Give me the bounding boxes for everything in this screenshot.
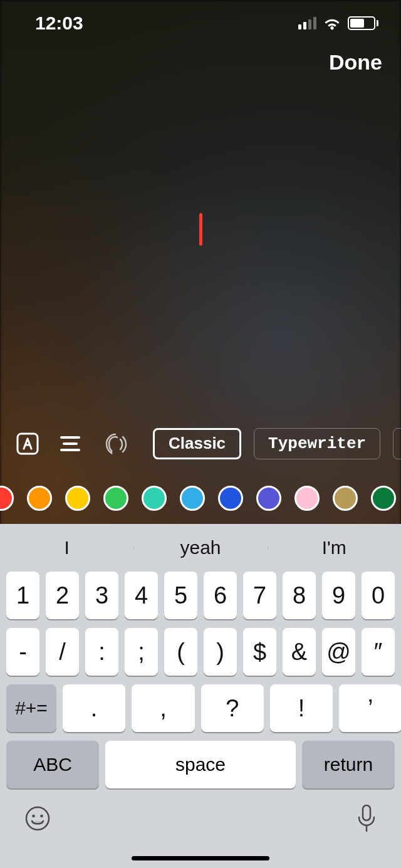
suggestion[interactable]: I'm (268, 537, 401, 558)
font-pill-typewriter[interactable]: Typewriter (254, 428, 380, 459)
key-8[interactable]: 8 (283, 572, 316, 619)
key-3[interactable]: 3 (85, 572, 118, 619)
color-swatch[interactable] (27, 486, 52, 511)
text-input-cursor[interactable] (199, 213, 202, 246)
color-swatch[interactable] (142, 486, 167, 511)
color-swatch[interactable] (218, 486, 243, 511)
text-style-icon[interactable] (15, 429, 40, 458)
svg-point-4 (26, 807, 49, 830)
ios-keyboard: I yeah I'm 1 2 3 4 5 6 7 8 9 0 - / : ; (… (0, 524, 401, 868)
svg-point-5 (32, 815, 35, 818)
font-label: Classic (169, 434, 226, 453)
key-question[interactable]: ? (201, 684, 264, 732)
key-5[interactable]: 5 (164, 572, 197, 619)
suggestion[interactable]: yeah (133, 537, 267, 558)
home-indicator[interactable] (132, 856, 269, 860)
key-amp[interactable]: & (283, 628, 316, 676)
key-rparen[interactable]: ) (204, 628, 237, 676)
key-2[interactable]: 2 (46, 572, 79, 619)
key-at[interactable]: @ (322, 628, 355, 676)
wifi-icon (323, 16, 341, 30)
key-apostrophe[interactable]: ’ (339, 684, 401, 732)
color-swatch[interactable] (65, 486, 90, 511)
key-7[interactable]: 7 (243, 572, 276, 619)
key-9[interactable]: 9 (322, 572, 355, 619)
color-swatch[interactable] (103, 486, 128, 511)
key-doublequote[interactable]: ″ (362, 628, 395, 676)
key-abc[interactable]: ABC (6, 741, 99, 788)
key-1[interactable]: 1 (6, 572, 39, 619)
key-space[interactable]: space (105, 741, 296, 788)
key-dollar[interactable]: $ (243, 628, 276, 676)
key-return[interactable]: return (302, 741, 395, 788)
text-tool-row: Classic Typewriter Han (0, 423, 401, 464)
key-semicolon[interactable]: ; (125, 628, 158, 676)
key-6[interactable]: 6 (204, 572, 237, 619)
status-bar: 12:03 (0, 0, 401, 46)
key-slash[interactable]: / (46, 628, 79, 676)
key-period[interactable]: . (63, 684, 125, 732)
color-swatch[interactable] (256, 486, 281, 511)
text-align-icon[interactable] (58, 429, 83, 458)
emoji-button[interactable] (24, 805, 51, 835)
text-to-speech-icon[interactable] (100, 429, 129, 458)
done-button[interactable]: Done (329, 50, 382, 75)
key-0[interactable]: 0 (362, 572, 395, 619)
key-exclaim[interactable]: ! (270, 684, 333, 732)
dictation-button[interactable] (356, 803, 377, 836)
svg-rect-7 (363, 805, 370, 820)
font-pill-classic[interactable]: Classic (153, 428, 241, 459)
key-lparen[interactable]: ( (164, 628, 197, 676)
microphone-icon (356, 803, 377, 834)
color-swatch[interactable] (294, 486, 320, 511)
suggestion[interactable]: I (0, 537, 133, 558)
color-swatch[interactable] (0, 486, 14, 511)
cellular-signal-icon (298, 17, 316, 29)
color-swatch[interactable] (371, 486, 396, 511)
font-style-picker: Classic Typewriter Han (153, 428, 401, 459)
color-swatch[interactable] (333, 486, 358, 511)
key-colon[interactable]: : (85, 628, 118, 676)
emoji-icon (24, 805, 51, 832)
battery-icon (348, 16, 378, 30)
font-pill-handwriting[interactable]: Han (393, 428, 401, 459)
suggestion-bar: I yeah I'm (0, 524, 401, 572)
key-4[interactable]: 4 (125, 572, 158, 619)
font-label: Typewriter (268, 434, 366, 453)
color-picker-row (0, 479, 401, 517)
key-symbols-shift[interactable]: #+= (6, 684, 56, 732)
svg-point-6 (40, 815, 43, 818)
key-dash[interactable]: - (6, 628, 39, 676)
svg-rect-0 (18, 434, 38, 454)
color-swatch[interactable] (180, 486, 205, 511)
key-comma[interactable]: , (132, 684, 194, 732)
status-time: 12:03 (35, 13, 83, 34)
